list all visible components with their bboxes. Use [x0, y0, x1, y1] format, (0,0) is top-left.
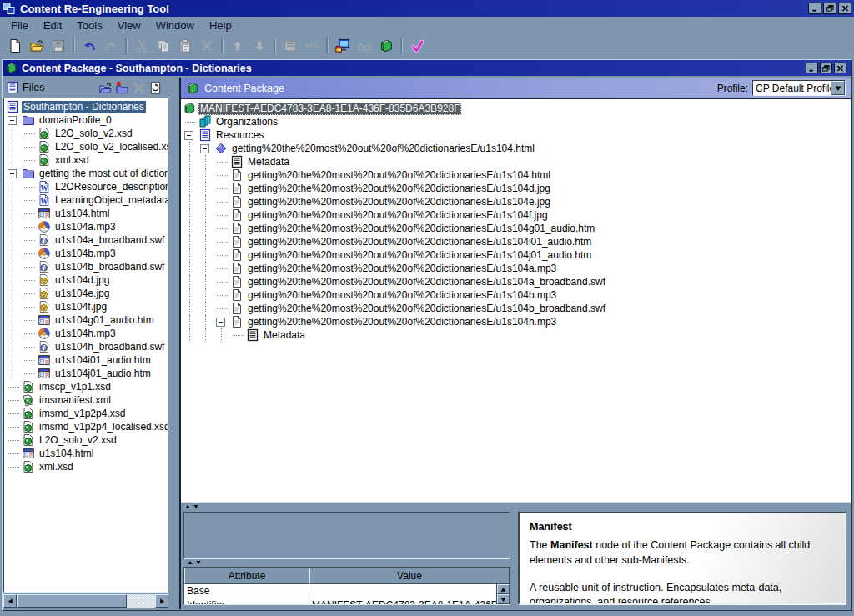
delete-button[interactable] — [196, 35, 218, 56]
minimize-button[interactable] — [808, 3, 821, 14]
tree-item[interactable]: domainProfile_0 — [6, 113, 168, 127]
scroll-down-button[interactable] — [497, 594, 510, 604]
value-column-header[interactable]: Value — [309, 568, 510, 584]
tree-item[interactable]: u1s104.html — [6, 207, 168, 220]
tree-item[interactable]: u1s104b.mp3 — [6, 247, 168, 260]
tree-item[interactable]: getting%20the%20most%20out%20of%20dictio… — [183, 235, 851, 248]
menu-file[interactable]: File — [3, 18, 36, 33]
new-document-button[interactable] — [4, 35, 26, 56]
tree-item[interactable]: Southampton - Dictionaries — [6, 100, 168, 113]
tree-item[interactable]: imscp_v1p1.xsd — [6, 380, 168, 393]
attribute-column-header[interactable]: Attribute — [184, 568, 309, 584]
tree-item[interactable]: getting%20the%20most%20out%20of%20dictio… — [183, 262, 851, 275]
attributes-vertical-scrollbar[interactable] — [496, 584, 510, 604]
copy-button[interactable] — [153, 35, 174, 56]
tree-item[interactable]: getting%20the%20most%20out%20of%20dictio… — [183, 142, 851, 155]
menu-window[interactable]: Window — [148, 18, 202, 33]
table-row[interactable]: Base — [184, 584, 496, 598]
menu-tools[interactable]: Tools — [69, 18, 109, 33]
tree-item[interactable]: u1s104h_broadband.swf — [6, 340, 168, 353]
redo-button[interactable] — [100, 35, 122, 56]
tree-item[interactable]: Metadata — [183, 155, 851, 168]
menu-help[interactable]: Help — [202, 18, 239, 33]
tree-item[interactable]: getting%20the%20most%20out%20of%20dictio… — [183, 182, 851, 195]
tree-item[interactable]: getting the most out of dictionarie — [6, 167, 168, 180]
tree-item[interactable]: Metadata — [183, 328, 851, 342]
tree-item[interactable]: getting%20the%20most%20out%20of%20dictio… — [183, 208, 851, 222]
open-folder-button[interactable] — [97, 80, 113, 96]
tree-item[interactable]: u1s104i01_audio.htm — [6, 353, 168, 367]
undo-button[interactable] — [78, 35, 100, 56]
splitter-arrows[interactable] — [185, 504, 202, 509]
scroll-right-button[interactable] — [155, 594, 168, 608]
tree-item[interactable]: getting%20the%20most%20out%20of%20dictio… — [183, 222, 851, 235]
tree-item[interactable]: u1s104g01_audio.htm — [6, 313, 168, 327]
tree-item[interactable]: getting%20the%20most%20out%20of%20dictio… — [183, 248, 851, 262]
splitter-arrows[interactable] — [188, 560, 204, 565]
scrollbar-thumb[interactable] — [17, 594, 127, 608]
content-package-button[interactable] — [375, 35, 397, 56]
tree-item[interactable]: getting%20the%20most%20out%20of%20dictio… — [183, 315, 851, 328]
delete-button[interactable] — [130, 80, 147, 96]
validate-button[interactable] — [406, 35, 428, 56]
tree-item[interactable]: u1s104e.jpg — [6, 287, 168, 300]
menu-view[interactable]: View — [110, 18, 148, 33]
tree-item[interactable]: imsmd_v1p2p4.xsd — [6, 407, 168, 420]
tree-item[interactable]: L2OResource_description_v8 — [6, 180, 168, 193]
tree-item[interactable]: Organizations — [183, 115, 851, 128]
tree-item[interactable]: xml.xsd — [6, 153, 168, 167]
tree-item[interactable]: imsmanifest.xml — [6, 393, 168, 407]
tree-item[interactable]: u1s104.html — [6, 447, 168, 460]
tree-item[interactable]: u1s104h.mp3 — [6, 327, 168, 340]
tree-item[interactable]: L2O_solo_v2_localised.xsd — [6, 140, 168, 153]
adl-button[interactable]: ADL — [301, 35, 323, 56]
tree-item[interactable]: getting%20the%20most%20out%20of%20dictio… — [183, 168, 851, 182]
tree-item[interactable]: u1s104a_broadband.swf — [6, 233, 168, 247]
scrollbar-track[interactable] — [127, 594, 155, 608]
tree-item[interactable]: getting%20the%20most%20out%20of%20dictio… — [183, 195, 851, 208]
tree-item[interactable]: MANIFEST-AEDC4783-3EA8-1E1A-436F-835D6A3… — [183, 102, 851, 115]
tree-item[interactable]: LearningObject_metadata_v8 — [6, 193, 168, 207]
restore-button[interactable] — [820, 63, 832, 73]
open-button[interactable] — [26, 35, 48, 56]
move-down-button[interactable] — [249, 35, 270, 56]
expander-minus-icon[interactable] — [183, 131, 198, 140]
profile-combobox[interactable]: CP Default Profile — [752, 80, 846, 96]
tree-item[interactable]: getting%20the%20most%20out%20of%20dictio… — [183, 288, 851, 302]
find-button[interactable] — [354, 35, 375, 56]
vertical-splitter[interactable] — [173, 78, 179, 608]
save-button[interactable] — [48, 35, 69, 56]
expander-minus-icon[interactable] — [198, 144, 214, 153]
tree-item[interactable]: getting%20the%20most%20out%20of%20dictio… — [183, 275, 851, 288]
tree-item[interactable]: u1s104b_broadband.swf — [6, 260, 168, 273]
menu-edit[interactable]: Edit — [36, 18, 69, 33]
tree-item[interactable]: xml.xsd — [6, 460, 168, 473]
tree-item[interactable]: u1s104f.jpg — [6, 300, 168, 313]
tree-item[interactable]: u1s104a.mp3 — [6, 220, 168, 233]
tree-item[interactable]: getting%20the%20most%20out%20of%20dictio… — [183, 302, 851, 315]
tree-item[interactable]: Resources — [183, 128, 851, 142]
tree-item[interactable]: imsmd_v1p2p4_localised.xsd — [6, 420, 168, 433]
properties-splitter[interactable] — [183, 559, 510, 566]
new-folder-button[interactable] — [113, 80, 130, 96]
tree-item[interactable]: L2O_solo_v2.xsd — [6, 433, 168, 447]
tree-item[interactable]: u1s104j01_audio.htm — [6, 367, 168, 380]
scroll-up-button[interactable] — [497, 584, 510, 594]
move-up-button[interactable] — [227, 35, 249, 56]
metadata-list-button[interactable] — [279, 35, 301, 56]
expander-minus-icon[interactable] — [6, 169, 22, 178]
table-row[interactable]: IdentifierMANIFEST-AEDC4783-3EA8-1E1A-43… — [184, 598, 496, 604]
combobox-dropdown-button[interactable] — [831, 81, 845, 95]
restore-button[interactable] — [823, 3, 836, 14]
minimize-button[interactable] — [806, 63, 818, 73]
scroll-left-button[interactable] — [3, 594, 17, 608]
paste-button[interactable] — [174, 35, 196, 56]
close-button[interactable] — [834, 63, 846, 73]
close-button[interactable] — [838, 3, 851, 14]
files-horizontal-scrollbar[interactable] — [3, 594, 168, 608]
cut-button[interactable] — [131, 35, 153, 56]
expander-minus-icon[interactable] — [214, 318, 230, 327]
refresh-button[interactable] — [147, 80, 163, 96]
expander-minus-icon[interactable] — [6, 116, 22, 125]
tree-item[interactable]: u1s104d.jpg — [6, 273, 168, 287]
